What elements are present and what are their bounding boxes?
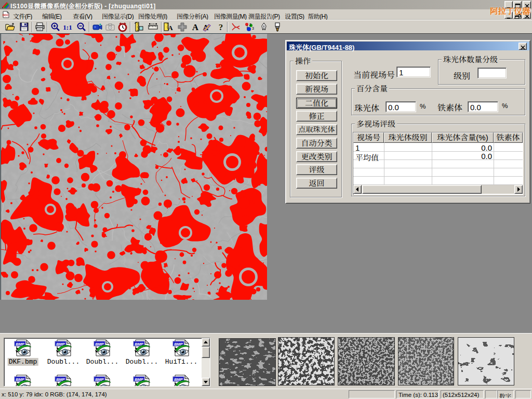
svg-text:1: 1 <box>246 25 248 29</box>
svg-text:3: 3 <box>252 26 254 30</box>
svg-text:1:1: 1:1 <box>63 23 72 31</box>
svg-text:DOC: DOC <box>3 14 9 17</box>
svg-text:A: A <box>192 22 199 32</box>
svg-text:A: A <box>168 24 173 32</box>
svg-text:?: ? <box>219 22 223 32</box>
svg-text:2: 2 <box>249 23 251 26</box>
